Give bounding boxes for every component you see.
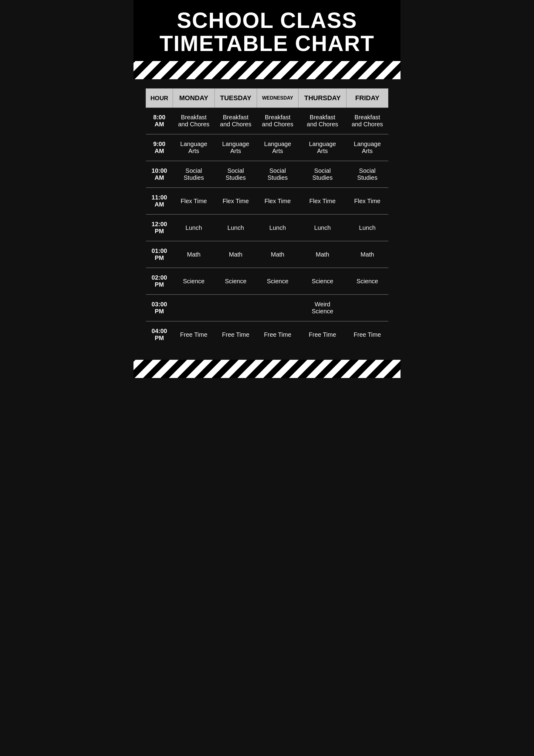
- table-row: 01:00PMMathMathMathMathMath: [146, 241, 388, 268]
- cell-row7-thursday: WeirdScience: [298, 294, 346, 321]
- cell-row6-hour: 02:00PM: [146, 268, 173, 294]
- table-section: HOUR MONDAY TUESDAY WEDNESDAY THURSDAY F…: [134, 79, 400, 360]
- cell-row3-hour: 11:00AM: [146, 188, 173, 214]
- col-header-friday: FRIDAY: [346, 89, 388, 108]
- cell-row8-thursday: Free Time: [298, 321, 346, 348]
- table-row: 02:00PMScienceScienceScienceScienceScien…: [146, 268, 388, 294]
- cell-row2-friday: SocialStudies: [346, 161, 388, 188]
- table-header-row: HOUR MONDAY TUESDAY WEDNESDAY THURSDAY F…: [146, 89, 388, 108]
- cell-row4-tuesday: Lunch: [215, 214, 257, 241]
- cell-row0-tuesday: Breakfastand Chores: [215, 108, 257, 134]
- cell-row1-friday: LanguageArts: [346, 134, 388, 161]
- col-header-thursday: THURSDAY: [298, 89, 346, 108]
- cell-row6-thursday: Science: [298, 268, 346, 294]
- cell-row5-wednesday: Math: [257, 241, 298, 268]
- table-row: 10:00AMSocialStudiesSocialStudiesSocialS…: [146, 161, 388, 188]
- cell-row7-hour: 03:00PM: [146, 294, 173, 321]
- cell-row1-monday: LanguageArts: [173, 134, 215, 161]
- top-stripes: [134, 61, 400, 79]
- cell-row0-wednesday: Breakfastand Chores: [257, 108, 298, 134]
- table-body: 8:00AMBreakfastand ChoresBreakfastand Ch…: [146, 108, 388, 348]
- cell-row5-monday: Math: [173, 241, 215, 268]
- main-title: SCHOOL CLASS TIMETABLE CHART: [140, 9, 394, 55]
- cell-row5-hour: 01:00PM: [146, 241, 173, 268]
- cell-row4-monday: Lunch: [173, 214, 215, 241]
- table-row: 04:00PMFree TimeFree TimeFree TimeFree T…: [146, 321, 388, 348]
- col-header-monday: MONDAY: [173, 89, 215, 108]
- cell-row8-hour: 04:00PM: [146, 321, 173, 348]
- table-row: 9:00AMLanguageArtsLanguageArtsLanguageAr…: [146, 134, 388, 161]
- cell-row0-hour: 8:00AM: [146, 108, 173, 134]
- cell-row2-tuesday: SocialStudies: [215, 161, 257, 188]
- cell-row1-hour: 9:00AM: [146, 134, 173, 161]
- cell-row5-tuesday: Math: [215, 241, 257, 268]
- title-line2: TIMETABLE CHART: [160, 31, 375, 56]
- timetable: HOUR MONDAY TUESDAY WEDNESDAY THURSDAY F…: [146, 88, 388, 348]
- cell-row3-monday: Flex Time: [173, 188, 215, 214]
- cell-row8-friday: Free Time: [346, 321, 388, 348]
- cell-row3-wednesday: Flex Time: [257, 188, 298, 214]
- cell-row5-thursday: Math: [298, 241, 346, 268]
- cell-row8-wednesday: Free Time: [257, 321, 298, 348]
- cell-row7-friday: [346, 294, 388, 321]
- cell-row6-monday: Science: [173, 268, 215, 294]
- table-row: 11:00AMFlex TimeFlex TimeFlex TimeFlex T…: [146, 188, 388, 214]
- cell-row0-friday: Breakfastand Chores: [346, 108, 388, 134]
- cell-row3-friday: Flex Time: [346, 188, 388, 214]
- bottom-stripe-band: [134, 360, 400, 378]
- cell-row7-tuesday: [215, 294, 257, 321]
- col-header-hour: HOUR: [146, 89, 173, 108]
- title-section: SCHOOL CLASS TIMETABLE CHART: [134, 0, 400, 61]
- cell-row3-tuesday: Flex Time: [215, 188, 257, 214]
- table-row: 12:00PMLunchLunchLunchLunchLunch: [146, 214, 388, 241]
- cell-row7-monday: [173, 294, 215, 321]
- cell-row0-monday: Breakfastand Chores: [173, 108, 215, 134]
- col-header-wednesday: WEDNESDAY: [257, 89, 298, 108]
- cell-row4-friday: Lunch: [346, 214, 388, 241]
- cell-row2-thursday: SocialStudies: [298, 161, 346, 188]
- cell-row2-wednesday: SocialStudies: [257, 161, 298, 188]
- cell-row5-friday: Math: [346, 241, 388, 268]
- top-stripe-band: [134, 61, 400, 79]
- cell-row4-wednesday: Lunch: [257, 214, 298, 241]
- cell-row1-thursday: LanguageArts: [298, 134, 346, 161]
- cell-row0-thursday: Breakfastand Chores: [298, 108, 346, 134]
- cell-row1-tuesday: LanguageArts: [215, 134, 257, 161]
- table-row: 03:00PMWeirdScience: [146, 294, 388, 321]
- col-header-tuesday: TUESDAY: [215, 89, 257, 108]
- title-line1: SCHOOL CLASS: [177, 8, 357, 33]
- cell-row1-wednesday: LanguageArts: [257, 134, 298, 161]
- bottom-stripes: [134, 360, 400, 378]
- cell-row4-thursday: Lunch: [298, 214, 346, 241]
- cell-row6-tuesday: Science: [215, 268, 257, 294]
- cell-row2-monday: SocialStudies: [173, 161, 215, 188]
- table-row: 8:00AMBreakfastand ChoresBreakfastand Ch…: [146, 108, 388, 134]
- cell-row3-thursday: Flex Time: [298, 188, 346, 214]
- cell-row8-monday: Free Time: [173, 321, 215, 348]
- cell-row7-wednesday: [257, 294, 298, 321]
- cell-row6-friday: Science: [346, 268, 388, 294]
- cell-row2-hour: 10:00AM: [146, 161, 173, 188]
- cell-row6-wednesday: Science: [257, 268, 298, 294]
- cell-row8-tuesday: Free Time: [215, 321, 257, 348]
- cell-row4-hour: 12:00PM: [146, 214, 173, 241]
- page: SCHOOL CLASS TIMETABLE CHART HOUR MONDAY…: [134, 0, 400, 378]
